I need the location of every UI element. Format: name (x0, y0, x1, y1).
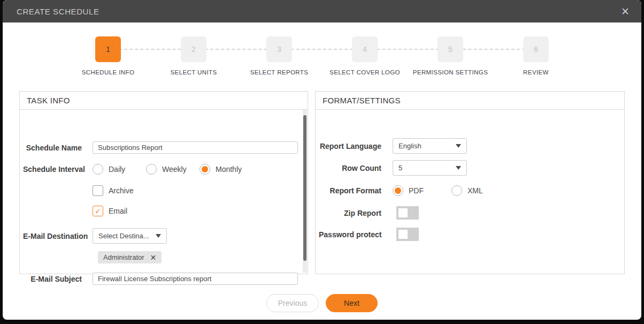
step-label: PERMISSION SETTINGS (413, 69, 488, 76)
format-settings-panel-title: FORMAT/SETTINGS (316, 92, 624, 110)
step-schedule-info[interactable]: 1 SCHEDULE INFO (65, 36, 151, 76)
previous-button[interactable]: Previous (266, 294, 319, 312)
password-protect-label: Password protect (319, 230, 381, 239)
format-pdf-radio[interactable]: PDF (393, 185, 424, 196)
email-destination-label: E-Mail Destination (23, 232, 82, 240)
schedule-name-input[interactable] (93, 141, 298, 154)
checkbox-label: Archive (109, 186, 134, 195)
radio-circle-icon (146, 164, 157, 175)
step-number-badge: 6 (523, 36, 549, 62)
format-xml-radio[interactable]: XML (451, 185, 483, 196)
interval-monthly-radio[interactable]: Monthly (200, 164, 242, 175)
step-select-cover-logo[interactable]: 4 SELECT COVER LOGO (322, 36, 408, 76)
step-number-badge: 2 (181, 36, 206, 62)
radio-option-label: Daily (109, 165, 125, 174)
checkbox-icon (93, 185, 103, 196)
archive-checkbox[interactable]: Archive (93, 185, 134, 196)
dropdown-caret-icon (456, 166, 461, 170)
checkbox-label: Email (109, 207, 127, 215)
row-count-value: 5 (398, 164, 402, 172)
step-select-units[interactable]: 2 SELECT UNITS (151, 36, 236, 76)
row-count-label: Row Count (319, 164, 381, 172)
email-destination-value: Select Destina... (98, 232, 149, 240)
radio-circle-icon (393, 185, 403, 196)
step-review[interactable]: 6 REVIEW (493, 36, 579, 76)
step-number-badge: 5 (438, 36, 463, 62)
step-label: REVIEW (523, 69, 549, 76)
step-permission-settings[interactable]: 5 PERMISSION SETTINGS (408, 36, 493, 76)
next-button[interactable]: Next (326, 294, 378, 312)
report-format-label: Report Format (319, 186, 381, 195)
destination-chip-administrator: Administrator ✕ (98, 251, 162, 263)
report-language-select[interactable]: English (393, 138, 467, 154)
step-number-badge: 3 (266, 36, 292, 62)
scrollbar-thumb[interactable] (303, 115, 306, 261)
email-subject-label: E-Mail Subject (23, 275, 82, 283)
email-subject-input[interactable] (93, 273, 298, 285)
email-checkbox[interactable]: ✓ Email (93, 206, 127, 216)
toggle-knob (398, 230, 408, 239)
zip-report-toggle[interactable] (396, 206, 419, 220)
chip-remove-icon[interactable]: ✕ (150, 253, 157, 262)
check-icon: ✓ (93, 206, 103, 216)
row-count-select[interactable]: 5 (393, 160, 467, 176)
radio-circle-icon (200, 164, 210, 175)
step-label: SCHEDULE INFO (82, 69, 135, 76)
dropdown-caret-icon (456, 144, 461, 148)
step-label: SELECT UNITS (170, 69, 217, 76)
zip-report-label: Zip Report (319, 209, 381, 217)
close-icon[interactable]: ✕ (621, 6, 630, 17)
task-info-panel: TASK INFO Schedule Name Schedule Interva… (19, 91, 308, 274)
dialog-title: CREATE SCHEDULE (17, 7, 99, 16)
interval-daily-radio[interactable]: Daily (93, 164, 125, 175)
interval-weekly-radio[interactable]: Weekly (146, 164, 187, 175)
format-settings-panel: FORMAT/SETTINGS Report Language English … (315, 91, 625, 274)
step-label: SELECT COVER LOGO (329, 69, 400, 76)
radio-circle-icon (451, 185, 462, 196)
dropdown-caret-icon (156, 234, 161, 238)
radio-option-label: PDF (409, 186, 424, 195)
report-language-label: Report Language (319, 142, 381, 150)
radio-circle-icon (93, 164, 103, 175)
radio-option-label: Monthly (216, 165, 242, 174)
task-info-scrollbar[interactable] (303, 110, 307, 273)
schedule-name-label: Schedule Name (23, 144, 82, 152)
task-info-panel-title: TASK INFO (20, 92, 308, 110)
step-label: SELECT REPORTS (250, 69, 309, 76)
step-number-badge: 4 (352, 36, 378, 62)
step-select-reports[interactable]: 3 SELECT REPORTS (236, 36, 322, 76)
password-protect-toggle[interactable] (396, 228, 419, 241)
create-schedule-dialog: CREATE SCHEDULE ✕ 1 SCHEDULE INFO 2 SELE… (3, 0, 641, 320)
dialog-footer: Previous Next (3, 294, 641, 312)
schedule-interval-label: Schedule Interval (23, 165, 82, 174)
chip-label: Administrator (103, 253, 144, 261)
wizard-stepper: 1 SCHEDULE INFO 2 SELECT UNITS 3 SELECT … (65, 36, 579, 76)
radio-option-label: Weekly (162, 165, 187, 174)
email-destination-select[interactable]: Select Destina... (93, 228, 167, 244)
step-number-badge: 1 (95, 36, 121, 62)
toggle-knob (398, 208, 408, 217)
dialog-titlebar: CREATE SCHEDULE ✕ (3, 0, 641, 22)
report-language-value: English (398, 142, 421, 150)
radio-option-label: XML (467, 186, 483, 195)
